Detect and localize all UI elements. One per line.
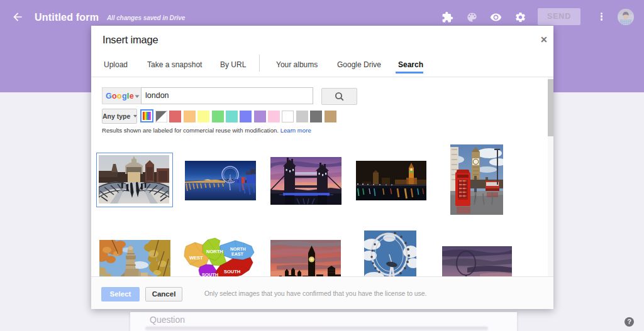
svg-text:NORTH: NORTH: [230, 247, 246, 251]
svg-text:WEST: WEST: [189, 255, 203, 261]
svg-text:Google: Google: [106, 92, 134, 100]
svg-text:SOUTH: SOUTH: [224, 269, 240, 274]
svg-text:NORTH: NORTH: [206, 249, 223, 254]
svg-text:EAST: EAST: [231, 252, 243, 256]
